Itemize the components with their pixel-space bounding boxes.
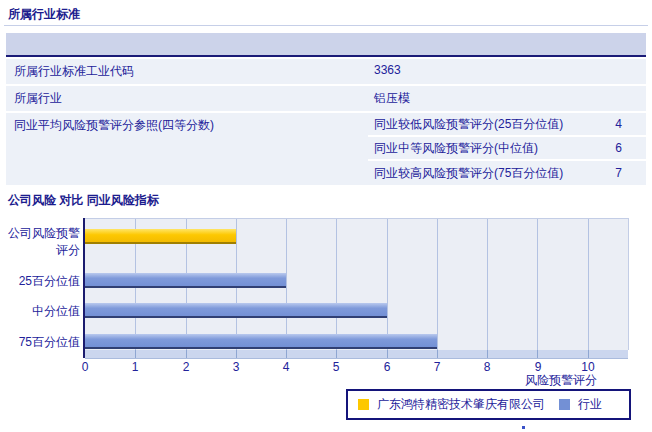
section-title-comparison: 公司风险 对比 同业风险指标 [8,192,159,209]
category-label-1: 25百分位值 [0,273,80,290]
gridline-x-10 [588,219,589,350]
sub-row-low-risk: 同业较低风险预警评分(25百分位值) 4 [368,113,646,137]
x-tick-label-2: 2 [171,360,201,374]
x-tick-label-1: 1 [120,360,150,374]
industry-series-label: 行业 [578,396,602,413]
bar-industry-1 [85,273,286,288]
category-label-2: 中分位值 [0,303,80,320]
axis-tick-mark-8 [487,350,488,358]
sub-value-high-risk: 7 [592,166,646,180]
chart-legend: 广东鸿特精密技术肇庆有限公司 行业 [346,389,631,420]
gridline-x-8 [487,219,488,350]
y-axis-line [83,218,85,358]
axis-tick-mark-2 [186,350,187,358]
peer-reference-subtable: 同业较低风险预警评分(25百分位值) 4 同业中等风险预警评分(中位值) 6 同… [368,113,646,185]
gridline-x-4 [286,219,287,350]
x-axis-title: 风险预警评分 [525,372,597,389]
x-tick-label-3: 3 [221,360,251,374]
gridline-x-6 [387,219,388,350]
row-value-industry-code: 3363 [368,59,646,84]
industry-series-swatch-icon [559,399,570,410]
x-tick-label-7: 7 [422,360,452,374]
axis-tick-mark-4 [286,350,287,358]
stray-dot [522,426,525,429]
bar-industry-2 [85,303,387,318]
row-value-industry: 铝压模 [368,86,646,111]
company-series-swatch-icon [358,399,369,410]
gridline-x-5 [336,219,337,350]
axis-tick-mark-1 [135,350,136,358]
category-label-3: 75百分位值 [0,334,80,351]
sub-label-medium-risk: 同业中等风险预警评分(中位值) [368,140,592,157]
sub-label-low-risk: 同业较低风险预警评分(25百分位值) [368,116,592,133]
bar-industry-3 [85,334,437,349]
table-header-band [6,33,646,57]
axis-tick-mark-6 [387,350,388,358]
sub-label-high-risk: 同业较高风险预警评分(75百分位值) [368,165,592,182]
row-label-peer-reference: 同业平均风险预警评分参照(四等分数) [6,113,368,185]
row-label-industry-code: 所属行业标准工业代码 [6,59,368,84]
sub-row-medium-risk: 同业中等风险预警评分(中位值) 6 [368,137,646,161]
title-divider [4,25,648,26]
section-title-industry-standard: 所属行业标准 [8,6,80,23]
gridline-x-7 [437,219,438,350]
industry-standard-table: 所属行业标准工业代码 3363 所属行业 铝压模 同业平均风险预警评分参照(四等… [6,33,646,185]
axis-tick-mark-9 [537,350,538,358]
company-series-label: 广东鸿特精密技术肇庆有限公司 [377,396,545,413]
axis-tick-mark-5 [336,350,337,358]
axis-tick-mark-3 [236,350,237,358]
x-axis-strip [85,350,628,359]
axis-tick-mark-10 [588,350,589,358]
sub-value-low-risk: 4 [592,117,646,131]
category-label-0: 公司风险预警评分 [0,225,80,259]
x-tick-label-4: 4 [271,360,301,374]
gridline-x-9 [537,219,538,350]
industry-risk-report: 所属行业标准 所属行业标准工业代码 3363 所属行业 铝压模 同业平均风险预警… [0,0,652,432]
x-tick-label-0: 0 [70,360,100,374]
table-row: 所属行业标准工业代码 3363 [6,59,646,84]
table-row: 所属行业 铝压模 [6,86,646,111]
x-tick-label-6: 6 [372,360,402,374]
x-tick-label-8: 8 [472,360,502,374]
plot-area [85,218,629,350]
sub-row-high-risk: 同业较高风险预警评分(75百分位值) 7 [368,161,646,185]
row-label-industry: 所属行业 [6,86,368,111]
bar-company-0 [85,229,236,244]
table-row: 同业平均风险预警评分参照(四等分数) 同业较低风险预警评分(25百分位值) 4 … [6,113,646,185]
axis-tick-mark-7 [437,350,438,358]
sub-value-medium-risk: 6 [592,141,646,155]
x-tick-label-5: 5 [321,360,351,374]
